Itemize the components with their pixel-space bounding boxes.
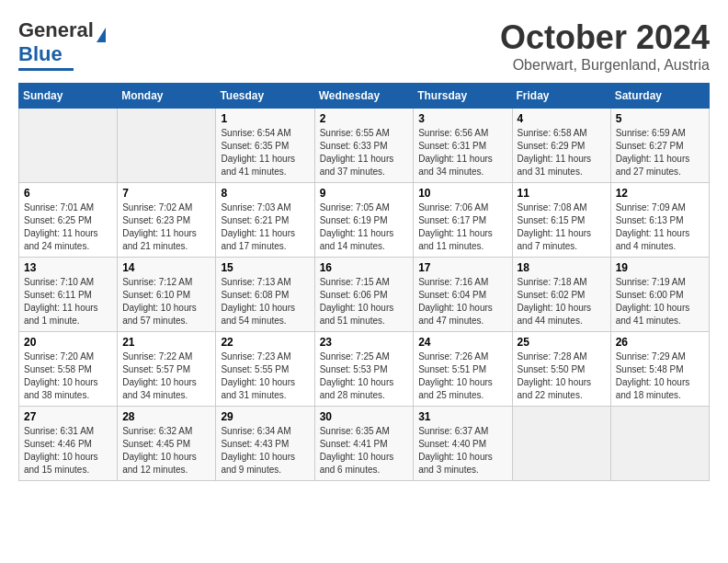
day-info: Sunrise: 7:12 AMSunset: 6:10 PMDaylight:… bbox=[122, 276, 210, 327]
calendar-cell: 5Sunrise: 6:59 AMSunset: 6:27 PMDaylight… bbox=[610, 109, 709, 183]
day-info: Sunrise: 6:31 AMSunset: 4:46 PMDaylight:… bbox=[24, 425, 112, 477]
day-of-week-header: Wednesday bbox=[314, 84, 414, 109]
calendar-cell: 16Sunrise: 7:15 AMSunset: 6:06 PMDayligh… bbox=[314, 258, 414, 332]
day-number: 10 bbox=[418, 187, 506, 200]
day-info: Sunrise: 7:19 AMSunset: 6:00 PMDaylight:… bbox=[616, 276, 704, 327]
day-number: 23 bbox=[320, 336, 409, 349]
day-number: 2 bbox=[320, 112, 409, 125]
calendar-cell: 2Sunrise: 6:55 AMSunset: 6:33 PMDaylight… bbox=[314, 109, 414, 183]
day-info: Sunrise: 7:18 AMSunset: 6:02 PMDaylight:… bbox=[518, 276, 606, 327]
day-info: Sunrise: 6:37 AMSunset: 4:40 PMDaylight:… bbox=[418, 425, 506, 477]
calendar-cell: 23Sunrise: 7:25 AMSunset: 5:53 PMDayligh… bbox=[314, 332, 414, 407]
day-info: Sunrise: 7:08 AMSunset: 6:15 PMDaylight:… bbox=[518, 201, 606, 253]
calendar-cell: 3Sunrise: 6:56 AMSunset: 6:31 PMDaylight… bbox=[414, 109, 512, 183]
calendar-week-row: 13Sunrise: 7:10 AMSunset: 6:11 PMDayligh… bbox=[19, 258, 710, 332]
day-info: Sunrise: 7:06 AMSunset: 6:17 PMDaylight:… bbox=[418, 201, 506, 253]
day-info: Sunrise: 7:22 AMSunset: 5:57 PMDaylight:… bbox=[122, 350, 210, 402]
calendar-cell: 17Sunrise: 7:16 AMSunset: 6:04 PMDayligh… bbox=[414, 258, 512, 332]
day-number: 8 bbox=[221, 187, 309, 200]
calendar-cell: 29Sunrise: 6:34 AMSunset: 4:43 PMDayligh… bbox=[216, 407, 314, 481]
calendar-cell: 15Sunrise: 7:13 AMSunset: 6:08 PMDayligh… bbox=[216, 258, 314, 332]
day-number: 30 bbox=[320, 410, 409, 423]
day-number: 26 bbox=[616, 336, 704, 349]
calendar-cell: 14Sunrise: 7:12 AMSunset: 6:10 PMDayligh… bbox=[118, 258, 216, 332]
day-number: 6 bbox=[24, 187, 112, 200]
day-number: 5 bbox=[616, 112, 704, 125]
day-info: Sunrise: 6:54 AMSunset: 6:35 PMDaylight:… bbox=[221, 127, 309, 178]
day-info: Sunrise: 7:01 AMSunset: 6:25 PMDaylight:… bbox=[24, 201, 112, 253]
day-info: Sunrise: 7:26 AMSunset: 5:51 PMDaylight:… bbox=[418, 350, 506, 402]
calendar-cell: 12Sunrise: 7:09 AMSunset: 6:13 PMDayligh… bbox=[610, 183, 709, 258]
day-number: 3 bbox=[418, 112, 506, 125]
day-info: Sunrise: 6:55 AMSunset: 6:33 PMDaylight:… bbox=[320, 127, 409, 178]
calendar-cell: 13Sunrise: 7:10 AMSunset: 6:11 PMDayligh… bbox=[19, 258, 118, 332]
calendar-table: SundayMondayTuesdayWednesdayThursdayFrid… bbox=[18, 83, 710, 481]
day-info: Sunrise: 7:16 AMSunset: 6:04 PMDaylight:… bbox=[418, 276, 506, 327]
calendar-cell bbox=[512, 407, 610, 481]
calendar-cell: 27Sunrise: 6:31 AMSunset: 4:46 PMDayligh… bbox=[19, 407, 118, 481]
calendar-cell: 22Sunrise: 7:23 AMSunset: 5:55 PMDayligh… bbox=[216, 332, 314, 407]
calendar-cell: 11Sunrise: 7:08 AMSunset: 6:15 PMDayligh… bbox=[512, 183, 610, 258]
day-number: 12 bbox=[616, 187, 704, 200]
day-number: 16 bbox=[320, 261, 409, 274]
day-info: Sunrise: 6:32 AMSunset: 4:45 PMDaylight:… bbox=[122, 425, 210, 477]
calendar-body: 1Sunrise: 6:54 AMSunset: 6:35 PMDaylight… bbox=[19, 109, 710, 481]
day-info: Sunrise: 7:20 AMSunset: 5:58 PMDaylight:… bbox=[24, 350, 112, 402]
day-info: Sunrise: 7:03 AMSunset: 6:21 PMDaylight:… bbox=[221, 201, 309, 253]
calendar-cell: 28Sunrise: 6:32 AMSunset: 4:45 PMDayligh… bbox=[118, 407, 216, 481]
calendar-cell: 20Sunrise: 7:20 AMSunset: 5:58 PMDayligh… bbox=[19, 332, 118, 407]
calendar-cell: 31Sunrise: 6:37 AMSunset: 4:40 PMDayligh… bbox=[414, 407, 512, 481]
calendar-cell: 25Sunrise: 7:28 AMSunset: 5:50 PMDayligh… bbox=[512, 332, 610, 407]
day-number: 24 bbox=[418, 336, 506, 349]
day-info: Sunrise: 6:56 AMSunset: 6:31 PMDaylight:… bbox=[418, 127, 506, 178]
calendar-cell: 8Sunrise: 7:03 AMSunset: 6:21 PMDaylight… bbox=[216, 183, 314, 258]
calendar-cell bbox=[19, 109, 118, 183]
calendar-cell: 26Sunrise: 7:29 AMSunset: 5:48 PMDayligh… bbox=[610, 332, 709, 407]
calendar-cell: 24Sunrise: 7:26 AMSunset: 5:51 PMDayligh… bbox=[414, 332, 512, 407]
calendar-week-row: 20Sunrise: 7:20 AMSunset: 5:58 PMDayligh… bbox=[19, 332, 710, 407]
location-title: Oberwart, Burgenland, Austria bbox=[500, 57, 710, 74]
calendar-cell: 21Sunrise: 7:22 AMSunset: 5:57 PMDayligh… bbox=[118, 332, 216, 407]
logo-general: General bbox=[18, 18, 94, 42]
day-info: Sunrise: 6:58 AMSunset: 6:29 PMDaylight:… bbox=[518, 127, 606, 178]
day-number: 28 bbox=[122, 410, 210, 423]
day-number: 14 bbox=[122, 261, 210, 274]
day-number: 17 bbox=[418, 261, 506, 274]
calendar-cell bbox=[118, 109, 216, 183]
month-title: October 2024 bbox=[500, 18, 710, 57]
day-info: Sunrise: 7:13 AMSunset: 6:08 PMDaylight:… bbox=[221, 276, 309, 327]
logo: General Blue bbox=[18, 18, 106, 71]
day-number: 22 bbox=[221, 336, 309, 349]
day-info: Sunrise: 7:10 AMSunset: 6:11 PMDaylight:… bbox=[24, 276, 112, 327]
day-number: 29 bbox=[221, 410, 309, 423]
day-of-week-header: Sunday bbox=[19, 84, 118, 109]
calendar-cell: 19Sunrise: 7:19 AMSunset: 6:00 PMDayligh… bbox=[610, 258, 709, 332]
calendar-week-row: 27Sunrise: 6:31 AMSunset: 4:46 PMDayligh… bbox=[19, 407, 710, 481]
day-number: 25 bbox=[518, 336, 606, 349]
day-number: 31 bbox=[418, 410, 506, 423]
day-info: Sunrise: 6:34 AMSunset: 4:43 PMDaylight:… bbox=[221, 425, 309, 477]
day-of-week-header: Tuesday bbox=[216, 84, 314, 109]
day-of-week-header: Thursday bbox=[414, 84, 512, 109]
calendar-week-row: 1Sunrise: 6:54 AMSunset: 6:35 PMDaylight… bbox=[19, 109, 710, 183]
day-number: 11 bbox=[518, 187, 606, 200]
day-number: 13 bbox=[24, 261, 112, 274]
calendar-cell: 18Sunrise: 7:18 AMSunset: 6:02 PMDayligh… bbox=[512, 258, 610, 332]
day-of-week-header: Friday bbox=[512, 84, 610, 109]
day-of-week-header: Monday bbox=[118, 84, 216, 109]
calendar-cell: 9Sunrise: 7:05 AMSunset: 6:19 PMDaylight… bbox=[314, 183, 414, 258]
day-of-week-header: Saturday bbox=[610, 84, 709, 109]
calendar-cell: 1Sunrise: 6:54 AMSunset: 6:35 PMDaylight… bbox=[216, 109, 314, 183]
calendar-cell bbox=[610, 407, 709, 481]
day-info: Sunrise: 7:05 AMSunset: 6:19 PMDaylight:… bbox=[320, 201, 409, 253]
day-number: 18 bbox=[518, 261, 606, 274]
day-info: Sunrise: 6:35 AMSunset: 4:41 PMDaylight:… bbox=[320, 425, 409, 477]
day-info: Sunrise: 7:02 AMSunset: 6:23 PMDaylight:… bbox=[122, 201, 210, 253]
day-number: 21 bbox=[122, 336, 210, 349]
calendar-cell: 30Sunrise: 6:35 AMSunset: 4:41 PMDayligh… bbox=[314, 407, 414, 481]
calendar-cell: 4Sunrise: 6:58 AMSunset: 6:29 PMDaylight… bbox=[512, 109, 610, 183]
day-number: 19 bbox=[616, 261, 704, 274]
day-number: 1 bbox=[221, 112, 309, 125]
day-info: Sunrise: 7:09 AMSunset: 6:13 PMDaylight:… bbox=[616, 201, 704, 253]
day-number: 9 bbox=[320, 187, 409, 200]
